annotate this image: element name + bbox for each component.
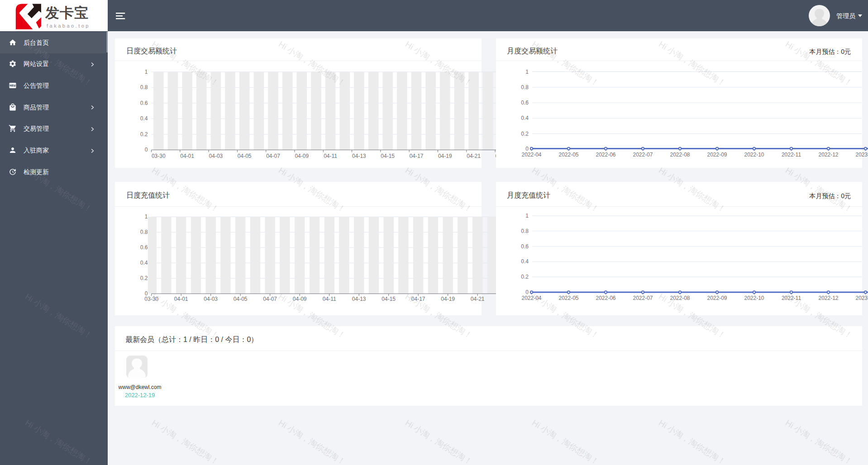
svg-text:2022-11: 2022-11 (782, 152, 801, 158)
svg-text:0: 0 (525, 289, 529, 295)
svg-text:2022-10: 2022-10 (744, 295, 764, 301)
svg-text:2022-04: 2022-04 (521, 152, 541, 158)
svg-text:1: 1 (145, 214, 148, 220)
svg-text:04-07: 04-07 (263, 296, 277, 302)
svg-text:04-03: 04-03 (209, 153, 223, 159)
svg-text:04-09: 04-09 (293, 296, 307, 302)
svg-text:2022-09: 2022-09 (707, 152, 727, 158)
svg-text:0.6: 0.6 (140, 244, 148, 251)
svg-text:2022-07: 2022-07 (633, 152, 653, 158)
svg-text:1: 1 (145, 69, 148, 75)
svg-text:2022-12: 2022-12 (818, 152, 838, 158)
svg-text:0: 0 (145, 147, 148, 153)
svg-text:0.6: 0.6 (521, 243, 529, 250)
svg-text:04-01: 04-01 (180, 153, 194, 159)
svg-text:04-09: 04-09 (295, 153, 309, 159)
svg-text:04-15: 04-15 (382, 296, 396, 302)
svg-text:0.4: 0.4 (140, 115, 148, 122)
svg-text:04-17: 04-17 (410, 153, 424, 159)
svg-text:0.6: 0.6 (140, 100, 148, 106)
svg-text:2022-08: 2022-08 (670, 295, 690, 301)
svg-text:0.4: 0.4 (521, 258, 529, 265)
svg-text:0.2: 0.2 (521, 131, 529, 137)
svg-text:04-19: 04-19 (438, 153, 452, 159)
svg-text:0.8: 0.8 (521, 84, 529, 90)
svg-text:2022-06: 2022-06 (596, 295, 615, 301)
svg-text:0.8: 0.8 (140, 229, 148, 235)
svg-text:0.8: 0.8 (521, 228, 529, 234)
svg-text:04-07: 04-07 (266, 153, 280, 159)
svg-text:04-05: 04-05 (234, 296, 248, 302)
svg-text:2022-06: 2022-06 (596, 152, 615, 158)
svg-text:0: 0 (525, 146, 529, 152)
svg-text:04-15: 04-15 (381, 153, 395, 159)
svg-text:2022-09: 2022-09 (707, 295, 727, 301)
svg-text:0.2: 0.2 (140, 131, 148, 138)
svg-text:0: 0 (145, 290, 148, 297)
svg-text:04-01: 04-01 (174, 296, 188, 302)
svg-text:2022-08: 2022-08 (670, 152, 690, 158)
svg-text:04-21: 04-21 (471, 296, 485, 302)
svg-text:0.2: 0.2 (140, 275, 148, 281)
svg-text:0.2: 0.2 (521, 274, 529, 280)
svg-text:1: 1 (525, 69, 529, 75)
svg-text:04-13: 04-13 (352, 153, 366, 159)
svg-text:2022-12: 2022-12 (818, 295, 838, 301)
svg-text:2022-11: 2022-11 (782, 295, 801, 301)
svg-text:04-03: 04-03 (204, 296, 218, 302)
svg-text:1: 1 (525, 213, 529, 219)
svg-text:2022-10: 2022-10 (744, 152, 764, 158)
svg-text:2023-01: 2023-01 (855, 295, 868, 301)
svg-text:0.6: 0.6 (521, 100, 529, 106)
svg-text:04-19: 04-19 (441, 296, 455, 302)
svg-text:04-05: 04-05 (238, 153, 252, 159)
svg-text:04-11: 04-11 (324, 153, 337, 159)
svg-text:2022-05: 2022-05 (558, 152, 578, 158)
svg-text:0.4: 0.4 (140, 260, 148, 266)
svg-text:0.4: 0.4 (521, 115, 529, 121)
svg-text:2022-07: 2022-07 (633, 295, 653, 301)
svg-text:04-17: 04-17 (411, 296, 425, 302)
svg-text:2022-04: 2022-04 (521, 295, 541, 301)
svg-text:04-13: 04-13 (352, 296, 366, 302)
svg-text:04-11: 04-11 (323, 296, 336, 302)
svg-text:0.8: 0.8 (140, 84, 148, 90)
svg-text:03-30: 03-30 (152, 153, 166, 159)
svg-text:04-21: 04-21 (467, 153, 481, 159)
svg-text:2023-01: 2023-01 (855, 152, 868, 158)
svg-text:2022-05: 2022-05 (558, 295, 578, 301)
